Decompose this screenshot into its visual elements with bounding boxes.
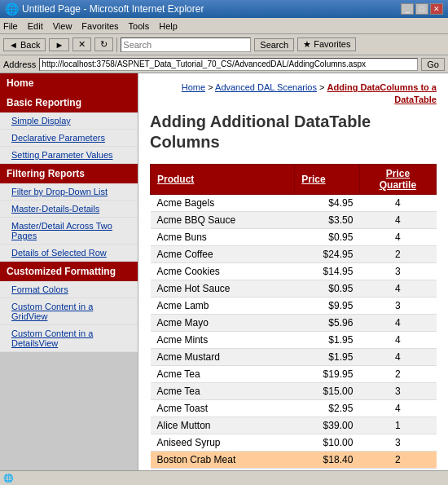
menu-edit[interactable]: Edit (28, 21, 43, 31)
menu-tools[interactable]: Tools (129, 21, 150, 31)
cell-product: Acme Lamb (151, 297, 295, 314)
breadcrumb-section[interactable]: Advanced DAL Scenarios (215, 82, 317, 92)
cell-price: $39.00 (295, 417, 360, 434)
cell-quartile: 3 (359, 434, 436, 451)
sidebar-home[interactable]: Home (0, 73, 138, 93)
table-row: Alice Mutton $39.00 1 (151, 417, 437, 434)
cell-price: $2.95 (295, 399, 360, 417)
cell-quartile: 4 (359, 194, 436, 211)
cell-product: Acme Coffee (151, 245, 295, 262)
sidebar-item-filter-dropdown[interactable]: Filter by Drop-Down List (0, 183, 138, 201)
minimize-button[interactable]: _ (401, 3, 414, 15)
cell-quartile: 3 (359, 297, 436, 314)
breadcrumb-home[interactable]: Home (182, 82, 205, 92)
table-row: Acme Coffee $24.95 2 (151, 245, 437, 262)
breadcrumb: Home > Advanced DAL Scenarios > Adding D… (150, 82, 437, 107)
cell-price: $24.95 (295, 245, 360, 262)
cell-product: Aniseed Syrup (151, 434, 295, 451)
menu-bar: File Edit View Favorites Tools Help (0, 18, 448, 34)
sidebar-item-simple-display[interactable]: Simple Display (0, 112, 138, 130)
table-row: Acme Bagels $4.95 4 (151, 194, 437, 211)
menu-view[interactable]: View (53, 21, 72, 31)
menu-help[interactable]: Help (159, 21, 178, 31)
title-text: Untitled Page - Microsoft Internet Explo… (22, 3, 204, 15)
maximize-button[interactable]: □ (415, 3, 428, 15)
cell-price: $15.00 (295, 382, 360, 399)
toolbar: ◄ Back ► ✕ ↻ Search ★ Favorites (0, 34, 448, 55)
go-button[interactable]: Go (421, 58, 445, 71)
cell-price: $0.95 (295, 228, 360, 245)
cell-product: Acme BBQ Sauce (151, 211, 295, 228)
sidebar-item-setting-parameter-values[interactable]: Setting Parameter Values (0, 147, 138, 164)
cell-product: Boston Crab Meat (151, 451, 295, 468)
breadcrumb-current: Adding DataColumns to a DataTable (327, 82, 437, 104)
table-row: Aniseed Syrup $10.00 3 (151, 434, 437, 451)
close-button[interactable]: ✕ (430, 3, 443, 15)
table-row: Acme Buns $0.95 4 (151, 228, 437, 245)
search-input[interactable] (121, 37, 251, 52)
cell-product: Acme Hot Sauce (151, 280, 295, 297)
cell-quartile: 4 (359, 228, 436, 245)
cell-price: $1.95 (295, 348, 360, 365)
sidebar-header-customized-formatting[interactable]: Customized Formatting (0, 262, 138, 281)
sidebar-item-master-details[interactable]: Master-Details-Details (0, 201, 138, 218)
title-bar: 🌐 Untitled Page - Microsoft Internet Exp… (0, 0, 448, 18)
table-row: Acme Hot Sauce $0.95 4 (151, 280, 437, 297)
sidebar-item-master-detail-two-pages[interactable]: Master/Detail Across Two Pages (0, 218, 138, 245)
col-header-product[interactable]: Product (151, 164, 295, 194)
sidebar-item-custom-content-detailsview[interactable]: Custom Content in a DetailsView (0, 325, 138, 352)
cell-product: Acme Bagels (151, 194, 295, 211)
address-label: Address (3, 60, 36, 69)
cell-quartile: 4 (359, 211, 436, 228)
back-button[interactable]: ◄ Back (3, 38, 46, 51)
address-input[interactable] (39, 58, 418, 71)
table-row: Acme Cookies $14.95 3 (151, 262, 437, 280)
content-area: Home > Advanced DAL Scenarios > Adding D… (138, 73, 448, 483)
refresh-button[interactable]: ↻ (94, 37, 113, 51)
cell-quartile: 1 (359, 417, 436, 434)
col-header-quartile[interactable]: PriceQuartile (359, 164, 436, 194)
table-row: Boston Crab Meat $18.40 2 (151, 451, 437, 468)
cell-quartile: 2 (359, 451, 436, 468)
search-button[interactable]: Search (254, 38, 294, 51)
sidebar-item-format-colors[interactable]: Format Colors (0, 281, 138, 298)
sidebar-header-basic-reporting[interactable]: Basic Reporting (0, 93, 138, 112)
favorites-button[interactable]: ★ Favorites (297, 37, 356, 51)
cell-product: Acme Toast (151, 399, 295, 417)
sidebar-item-custom-content-gridview[interactable]: Custom Content in a GridView (0, 298, 138, 325)
cell-product: Acme Tea (151, 382, 295, 399)
cell-quartile: 3 (359, 382, 436, 399)
cell-quartile: 3 (359, 262, 436, 280)
sidebar-item-declarative-parameters[interactable]: Declarative Parameters (0, 130, 138, 147)
cell-quartile: 4 (359, 280, 436, 297)
status-bar: 🌐 (0, 470, 448, 485)
cell-product: Acme Buns (151, 228, 295, 245)
forward-button[interactable]: ► (49, 38, 69, 51)
table-row: Acme Mustard $1.95 4 (151, 348, 437, 365)
cell-quartile: 2 (359, 245, 436, 262)
stop-button[interactable]: ✕ (72, 37, 91, 51)
cell-product: Alice Mutton (151, 417, 295, 434)
page-heading: Adding Additional DataTable Columns (150, 112, 437, 152)
sidebar-header-filtering-reports[interactable]: Filtering Reports (0, 164, 138, 183)
sidebar: Home Basic Reporting Simple Display Decl… (0, 73, 138, 483)
col-header-price[interactable]: Price (295, 164, 360, 194)
cell-price: $1.95 (295, 331, 360, 348)
table-row: Acme Lamb $9.95 3 (151, 297, 437, 314)
cell-quartile: 4 (359, 331, 436, 348)
ie-icon: 🌐 (5, 2, 19, 15)
cell-quartile: 4 (359, 399, 436, 417)
table-row: Acme BBQ Sauce $3.50 4 (151, 211, 437, 228)
address-bar: Address Go (0, 55, 448, 73)
cell-product: Acme Mints (151, 331, 295, 348)
window-controls[interactable]: _ □ ✕ (401, 3, 443, 15)
cell-price: $18.40 (295, 451, 360, 468)
toolbar-separator (116, 37, 117, 52)
sidebar-item-details-selected-row[interactable]: Details of Selected Row (0, 245, 138, 262)
data-table: Product Price PriceQuartile Acme Bagels … (150, 164, 437, 483)
cell-product: Acme Cookies (151, 262, 295, 280)
cell-product: Acme Tea (151, 365, 295, 382)
menu-file[interactable]: File (3, 21, 18, 31)
menu-favorites[interactable]: Favorites (81, 21, 118, 31)
table-row: Acme Tea $15.00 3 (151, 382, 437, 399)
